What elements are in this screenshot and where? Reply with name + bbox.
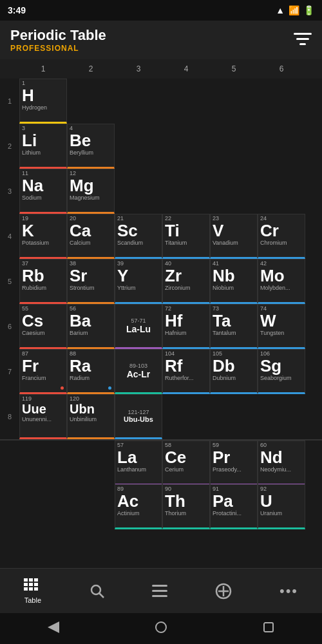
lanthanide-row: 57 La Lanthanum 58 Ce Cerium 59 Pr Prase…	[0, 439, 322, 484]
element-La[interactable]: 57 La Lanthanum	[115, 440, 162, 486]
system-nav	[0, 613, 322, 644]
element-Hf[interactable]: 72 Hf Hafnium	[162, 304, 210, 349]
recent-button[interactable]	[263, 621, 274, 636]
period-3: 3 11 Na Sodium 12 Mg Magnesium	[0, 169, 322, 214]
empty-8-4	[162, 394, 210, 439]
nav-list[interactable]	[142, 580, 178, 603]
element-K[interactable]: 19 K Potassium	[19, 214, 67, 259]
element-Zr[interactable]: 40 Zr Zirconium	[162, 259, 210, 304]
element-Rb[interactable]: 37 Rb Rubidium	[19, 259, 67, 304]
back-button[interactable]	[48, 621, 59, 636]
nav-table[interactable]: Table	[14, 573, 52, 609]
nav-compare[interactable]	[205, 578, 242, 605]
status-icons: ▲ 📶 🔋	[276, 5, 314, 15]
compare-icon	[215, 583, 232, 600]
nav-search[interactable]	[79, 578, 115, 604]
element-Ra[interactable]: 88 Ra Radium	[67, 349, 115, 394]
app-header: Periodic Table PROFESSIONAL	[0, 21, 322, 59]
period-1: 1 1 H Hydrogen	[0, 79, 322, 124]
period-2: 2 3 Li Lithium 4 Be Beryllium	[0, 124, 322, 169]
row-num-7: 7	[0, 349, 19, 394]
element-Sg[interactable]: 106 Sg Seaborgium	[258, 349, 305, 394]
svg-rect-11	[34, 587, 38, 591]
app-title: Periodic Table	[10, 27, 106, 44]
col-3: 3	[115, 64, 162, 73]
empty-2-5	[210, 124, 258, 169]
row-num-3: 3	[0, 169, 19, 214]
empty-3-3	[115, 169, 162, 214]
periodic-table-area: 1 1 H Hydrogen 2 3 Li Lithium 4 Be Beryl…	[0, 79, 322, 568]
nav-more[interactable]: •••	[269, 578, 308, 605]
element-Y[interactable]: 39 Y Yttrium	[115, 259, 162, 304]
row-num-actinide	[0, 484, 19, 529]
col-5: 5	[210, 64, 258, 73]
svg-rect-1	[296, 38, 309, 40]
element-Th[interactable]: 90 Th Thorium	[162, 484, 210, 529]
element-Cs[interactable]: 55 Cs Caesium	[19, 304, 67, 349]
element-Mg[interactable]: 12 Mg Magnesium	[67, 169, 115, 214]
column-headers: 1 2 3 4 5 6	[0, 59, 322, 79]
svg-rect-0	[294, 33, 312, 35]
element-Fr[interactable]: 87 Fr Francium	[19, 349, 67, 394]
element-Nb[interactable]: 41 Nb Niobium	[210, 259, 258, 304]
empty-2-6	[258, 124, 305, 169]
empty-1-5	[210, 79, 258, 124]
element-Ti[interactable]: 22 Ti Titanium	[162, 214, 210, 259]
empty-2-4	[162, 124, 210, 169]
dot-Ra	[108, 386, 111, 390]
svg-rect-16	[152, 595, 167, 597]
empty-act-2	[67, 484, 115, 529]
element-Ce[interactable]: 58 Ce Cerium	[162, 440, 210, 486]
filter-button[interactable]	[294, 32, 312, 48]
recent-icon	[263, 621, 274, 633]
empty-1-3	[115, 79, 162, 124]
element-Sc[interactable]: 21 Sc Scandium	[115, 214, 162, 259]
element-Ubn[interactable]: 120 Ubn Unbinilium	[67, 394, 115, 439]
element-Sr[interactable]: 38 Sr Strontium	[67, 259, 115, 304]
element-Cr[interactable]: 24 Cr Chromium	[258, 214, 305, 259]
element-UbuUbs[interactable]: 121-127 Ubu-Ubs	[115, 394, 162, 439]
svg-rect-4	[29, 578, 33, 582]
svg-rect-6	[24, 583, 28, 586]
element-LaLu[interactable]: 57-71 La-Lu	[115, 304, 162, 349]
empty-3-5	[210, 169, 258, 214]
status-time: 3:49	[8, 5, 26, 15]
empty-lan-1	[19, 440, 67, 486]
home-button[interactable]	[155, 621, 167, 636]
svg-marker-20	[48, 621, 59, 633]
svg-rect-8	[34, 583, 38, 586]
svg-rect-9	[24, 587, 28, 591]
col-4: 4	[162, 64, 210, 73]
element-Li[interactable]: 3 Li Lithium	[19, 124, 67, 169]
empty-act-1	[19, 484, 67, 529]
element-Pr[interactable]: 59 Pr Praseody...	[210, 440, 258, 486]
element-V[interactable]: 23 V Vanadium	[210, 214, 258, 259]
empty-8-6	[258, 394, 305, 439]
element-Mo[interactable]: 42 Mo Molybden...	[258, 259, 305, 304]
element-W[interactable]: 74 W Tungsten	[258, 304, 305, 349]
actinide-row: 89 Ac Actinium 90 Th Thorium 91 Pa Prota…	[0, 484, 322, 529]
element-Pa[interactable]: 91 Pa Protactini...	[210, 484, 258, 529]
element-Na[interactable]: 11 Na Sodium	[19, 169, 67, 214]
element-Ca[interactable]: 20 Ca Calcium	[67, 214, 115, 259]
empty-3-6	[258, 169, 305, 214]
element-U[interactable]: 92 U Uranium	[258, 484, 305, 529]
element-Rf[interactable]: 104 Rf Rutherfor...	[162, 349, 210, 394]
empty-lan-2	[67, 440, 115, 486]
nav-table-label: Table	[24, 596, 41, 604]
period-8: 8 119 Uue Ununenni... 120 Ubn Unbinilium…	[0, 394, 322, 439]
element-Be[interactable]: 4 Be Beryllium	[67, 124, 115, 169]
battery-icon: 🔋	[303, 5, 314, 15]
wifi-icon: ▲	[276, 5, 285, 15]
element-Ta[interactable]: 73 Ta Tantalum	[210, 304, 258, 349]
period-4: 4 19 K Potassium 20 Ca Calcium 21 Sc Sca…	[0, 214, 322, 259]
svg-rect-7	[29, 583, 33, 586]
element-Db[interactable]: 105 Db Dubnium	[210, 349, 258, 394]
element-Ac[interactable]: 89 Ac Actinium	[115, 484, 162, 529]
element-AcLr[interactable]: 89-103 Ac-Lr	[115, 349, 162, 394]
empty-1-2	[67, 79, 115, 124]
element-H[interactable]: 1 H Hydrogen	[19, 79, 67, 124]
element-Uue[interactable]: 119 Uue Ununenni...	[19, 394, 67, 439]
element-Nd[interactable]: 60 Nd Neodymiu...	[258, 440, 305, 486]
element-Ba[interactable]: 56 Ba Barium	[67, 304, 115, 349]
